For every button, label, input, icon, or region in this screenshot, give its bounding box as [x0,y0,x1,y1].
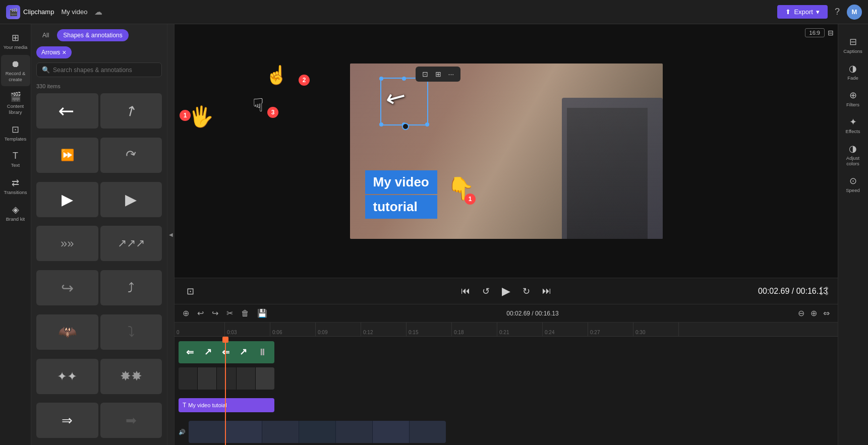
selection-box[interactable]: ↙ [380,78,428,125]
ruler-mark-0: 0 [175,323,225,336]
shape-item-arrow-bat-1[interactable]: 🦇 [36,314,98,350]
tab-all[interactable]: All [36,29,55,41]
sel-corner-tc [402,77,406,81]
right-panel: ⊟ Captions ◑ Fade ⊕ Filters ✦ Effects ◑ … [838,24,868,445]
right-panel-captions[interactable]: ⊟ Captions [839,32,867,58]
right-panel-adjust-colors[interactable]: ◑ Adjust colors [839,139,867,170]
shape-item-arrow-play-solid[interactable]: ▶ [36,182,98,217]
video-strip-clip[interactable] [179,367,274,390]
skip-back-button[interactable]: ⏮ [459,284,472,298]
sidebar-item-templates[interactable]: ⊡ Templates [1,120,30,146]
arrow-shape: ↙ [380,79,412,113]
arrows-filter-chip[interactable]: Arrows × [36,46,72,58]
skip-end-button[interactable]: ⏭ [540,284,553,298]
timeline-toolbar: ⊕ ↩ ↪ ✂ 🗑 💾 00:02.69 / 00:16.13 ⊖ ⊕ ⇔ [175,304,838,323]
tab-shapes-annotations[interactable]: Shapes & annotations [57,29,128,41]
fit-icon[interactable]: ⊞ [433,69,444,80]
text-clip[interactable]: T My video tutoial [179,398,274,412]
arrow-bat-1-icon: 🦇 [58,323,77,341]
chevron-left-icon: ◀ [169,232,173,237]
shape-item-arrow-play-outline[interactable]: ▶ [100,182,162,217]
ruler-mark-6: 0:18 [452,323,497,336]
main-video-clip[interactable] [189,421,446,443]
captions-label: Captions [843,48,862,54]
sidebar-item-brand-kit[interactable]: ◈ Brand kit [1,200,30,226]
arrows-icon-4: ↙ [240,347,247,358]
shape-item-arrow-feather[interactable]: ⤴ [100,270,162,305]
search-input[interactable] [53,67,156,74]
video-name[interactable]: My video [61,8,87,16]
zoom-out-button[interactable]: ⊖ [796,306,806,320]
redo-button[interactable]: ↪ [210,306,220,320]
sidebar-item-text[interactable]: T Text [1,147,30,172]
shape-item-arrow-multi[interactable]: ↗↗↗ [100,226,162,261]
captions-button[interactable]: ⊟ [828,29,834,37]
filters-label: Filters [846,102,859,107]
arrow-sketch-icon: ↗ [122,101,140,121]
ruler-mark-1: 0:03 [225,323,270,336]
user-avatar[interactable]: M [847,5,862,20]
shape-item-arrow-bat-2[interactable]: ⤵ [100,314,162,350]
shape-item-arrow-sketch[interactable]: ↗ [100,93,162,129]
shape-item-arrow-chevrons[interactable]: »» [36,226,98,261]
main-thumb-3 [262,421,299,443]
shape-item-arrow-star-2[interactable]: ✸✸ [100,359,162,394]
cursor-head [222,337,228,343]
arrow-curve-sketch-icon: ↷ [123,146,139,164]
track-row-main-video: 🔊 [175,419,838,444]
forward-button[interactable]: ↻ [520,284,532,299]
save-button[interactable]: 💾 [255,306,269,320]
timeline: ⊕ ↩ ↪ ✂ 🗑 💾 00:02.69 / 00:16.13 ⊖ ⊕ ⇔ 0 [175,304,838,445]
sidebar-item-transitions[interactable]: ⇄ Transitions [1,173,30,199]
ruler-mark-5: 0:15 [407,323,452,336]
shape-item-arrow-curve-sketch[interactable]: ↷ [100,138,162,173]
shape-item-arrow-down-white[interactable]: ↙ [36,93,98,129]
playback-left-controls: ⊡ [185,284,196,299]
ruler-mark-3: 0:09 [316,323,361,336]
zoom-in-button[interactable]: ⊕ [808,306,819,320]
text-overlay[interactable]: My video tutorial [365,170,437,219]
sidebar-label-content-library: Content library [3,103,28,115]
sidebar-item-record[interactable]: ⏺ Record &create [1,55,30,86]
remove-arrows-filter[interactable]: × [62,48,66,56]
adjust-colors-label: Adjust colors [841,155,865,166]
right-panel-speed[interactable]: ⊙ Speed [839,171,867,197]
shape-item-arrow-curve-right[interactable]: ↪ [36,270,98,305]
play-button[interactable]: ▶ [500,283,512,300]
cut-button[interactable]: ✂ [224,306,235,320]
shape-item-arrow-star-1[interactable]: ✦✦ [36,359,98,394]
shape-item-arrow-triple[interactable]: ⏩ [36,138,98,173]
arrow-star-1-icon: ✦✦ [57,369,77,384]
preview-container: My video tutorial ↙ [350,63,663,239]
video-thumb-2 [198,367,217,390]
undo-button[interactable]: ↩ [195,306,206,320]
crop-mode-button[interactable]: ⊡ [185,284,196,299]
right-panel-filters[interactable]: ⊕ Filters [839,86,867,111]
main-thumb-1 [189,421,225,443]
rewind-button[interactable]: ↺ [480,284,492,299]
delete-button[interactable]: 🗑 [239,307,251,320]
help-button[interactable]: ? [833,5,842,19]
arrows-clip[interactable]: ⇐ ↙ ⇐ ↙ ⏸ [179,341,274,363]
shape-item-arrow-bold-2[interactable]: ➡ [100,403,162,438]
fit-timeline-button[interactable]: ⇔ [821,306,832,320]
right-panel-effects[interactable]: ✦ Effects [839,112,867,138]
sidebar-item-your-media[interactable]: ⊞ Your media [1,28,30,54]
fullscreen-button[interactable]: ⛶ [818,284,831,298]
crop-icon[interactable]: ⊡ [420,69,431,80]
speed-label: Speed [846,187,859,193]
timeline-cursor [225,337,226,445]
add-media-button[interactable]: ⊕ [181,306,191,320]
panel-collapse-handle[interactable]: ◀ [167,24,175,445]
video-thumb-5 [256,367,274,390]
right-panel-fade[interactable]: ◑ Fade [839,59,867,85]
shape-item-arrow-bold-1[interactable]: ⇒ [36,403,98,438]
sidebar-item-content-library[interactable]: 🎬 Content library [1,87,30,119]
rotation-handle[interactable] [402,123,409,130]
ruler-mark-9: 0:27 [588,323,633,336]
more-icon[interactable]: ··· [446,69,457,80]
export-button[interactable]: ⬆ Export ▾ [777,5,828,19]
arrow-down-white-icon: ↙ [53,97,81,124]
timeline-content[interactable]: 0 0:03 0:06 0:09 0:12 0:15 0:18 0:21 0:2… [175,323,838,445]
center-area: 16:9 ⊟ My video tutorial [175,24,838,445]
